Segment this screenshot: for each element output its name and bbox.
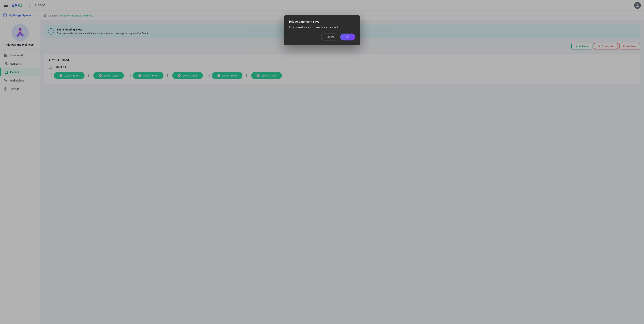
dialog-buttons: Cancel OK xyxy=(289,34,355,40)
dialog-overlay: bridge.batoi.com says Do you really want… xyxy=(0,0,644,324)
dialog-message: Do you really want to deactivate the slo… xyxy=(289,26,355,29)
dialog-title: bridge.batoi.com says xyxy=(289,20,355,23)
dialog-cancel-button[interactable]: Cancel xyxy=(321,34,338,40)
dialog-box: bridge.batoi.com says Do you really want… xyxy=(284,15,360,45)
dialog-ok-button[interactable]: OK xyxy=(340,34,355,40)
